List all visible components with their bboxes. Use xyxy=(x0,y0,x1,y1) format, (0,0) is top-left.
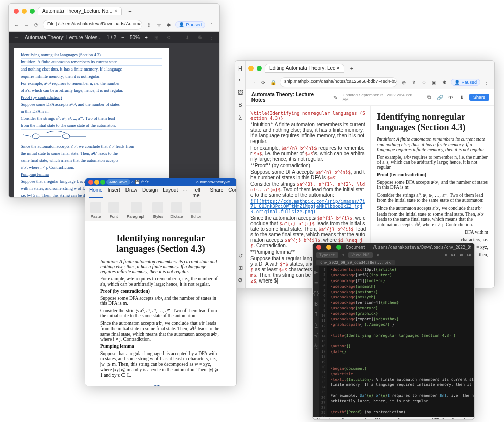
ribbon-tab-insert[interactable]: Insert xyxy=(108,187,120,198)
share-button[interactable]: Share xyxy=(210,187,224,198)
source-viewer-tab[interactable]: Source Viewer xyxy=(397,418,424,420)
ribbon-tab-more[interactable]: ··· xyxy=(183,187,187,198)
ext1-icon[interactable]: ▣ xyxy=(430,79,437,86)
eye-icon[interactable]: 👁 xyxy=(448,94,455,101)
grid-icon[interactable]: ⊞ xyxy=(237,264,244,271)
pause-icon[interactable]: ⏯ xyxy=(459,253,463,257)
back-icon[interactable]: ← xyxy=(13,21,20,28)
pm-viewer-tab[interactable]: PM Viewer xyxy=(375,418,394,420)
share-icon[interactable]: ⇪ xyxy=(145,21,152,28)
puzzle-icon[interactable]: ✱ xyxy=(440,79,448,86)
zoom-out[interactable]: − xyxy=(121,35,124,40)
puzzle-icon[interactable]: ✱ xyxy=(165,21,172,28)
typeset-button[interactable]: Typeset xyxy=(316,252,338,258)
menu-icon[interactable]: ⋮ xyxy=(483,79,490,86)
env-icon[interactable]: {} xyxy=(313,291,319,296)
url-field[interactable]: File | /Users/dashakosteva/Downloads/Aut… xyxy=(43,20,142,30)
heading-icon[interactable]: H xyxy=(237,65,244,72)
close-icon[interactable] xyxy=(14,9,19,14)
source-code[interactable]: \documentclass[10pt]{article} \usepackag… xyxy=(327,266,474,417)
file-tab[interactable]: cnv_2022_09_29_cda34cf8e7...tex xyxy=(316,260,395,265)
qat-redo-icon[interactable]: ↷ xyxy=(145,180,149,184)
browser-tab[interactable]: Automata Theory_Lecture No... × xyxy=(38,7,122,15)
link-icon[interactable]: 🔗 xyxy=(436,94,444,101)
pdf-page[interactable]: 1 / 2 xyxy=(107,35,116,40)
math-icon[interactable]: ∑ xyxy=(314,322,318,328)
maximize-icon[interactable] xyxy=(30,9,35,14)
history-icon[interactable]: ↺ xyxy=(237,252,244,259)
close-tab-icon[interactable]: × xyxy=(114,8,117,14)
font-tool[interactable]: Font xyxy=(108,202,119,219)
build-icon[interactable]: ▶ xyxy=(314,269,318,275)
autosave-toggle[interactable]: AutoSave xyxy=(106,179,130,185)
browser-tab[interactable]: Editing Automata Theory: Lec × xyxy=(265,64,344,73)
prev-icon[interactable]: ⏮ xyxy=(451,253,455,257)
search-open-icon[interactable]: ⊗ xyxy=(445,253,447,257)
image-icon[interactable]: 🖼 xyxy=(237,89,244,96)
word-document[interactable]: Identifying nonregular languages (Sectio… xyxy=(85,221,236,386)
close-icon[interactable] xyxy=(88,180,93,185)
bold-icon[interactable]: B xyxy=(314,301,318,307)
close-icon[interactable] xyxy=(316,245,321,250)
ribbon-tab-design[interactable]: Design xyxy=(142,187,158,198)
forward-icon[interactable]: → xyxy=(249,79,257,86)
more-icon[interactable]: ⋮ xyxy=(208,34,215,41)
maximize-icon[interactable] xyxy=(100,180,105,185)
structure-tab[interactable]: Structure xyxy=(316,418,338,420)
hamburger-icon[interactable]: ☰ xyxy=(13,34,20,41)
pdf-zoom[interactable]: 50% xyxy=(130,35,140,40)
share-icon[interactable]: ⇪ xyxy=(410,79,417,86)
reload-icon[interactable]: ⟳ xyxy=(260,79,267,86)
inline-icon[interactable]: √ xyxy=(314,333,318,338)
paragraph-icon[interactable]: ¶ xyxy=(237,77,244,84)
bold-icon[interactable]: B xyxy=(237,101,244,108)
minimize-icon[interactable] xyxy=(326,245,331,250)
menu-icon[interactable]: ⋮ xyxy=(208,21,215,28)
print-icon[interactable]: 🖶 xyxy=(196,34,203,41)
star-icon[interactable]: ☆ xyxy=(420,79,427,86)
dropdown-icon[interactable]: ▾ xyxy=(342,253,345,257)
styles-tool[interactable]: Styles xyxy=(152,202,163,219)
ribbon-tab-home[interactable]: Home xyxy=(89,187,103,198)
align-icon[interactable]: ≡ xyxy=(314,280,318,286)
math-icon[interactable]: ∑ xyxy=(237,113,244,120)
next-icon[interactable]: ⏭ xyxy=(467,253,471,257)
ribbon-tellme[interactable]: Tell me xyxy=(193,187,200,198)
reload-icon[interactable]: ⟳ xyxy=(33,21,40,28)
view-pdf-button[interactable]: View PDF xyxy=(348,252,372,258)
new-tab-button[interactable]: + xyxy=(347,65,356,72)
qat-home-icon[interactable]: ⌂ xyxy=(131,180,134,184)
new-tab-button[interactable]: + xyxy=(125,8,134,14)
maximize-icon[interactable] xyxy=(257,66,262,71)
minimize-icon[interactable] xyxy=(22,9,27,14)
frac-icon[interactable]: ½ xyxy=(314,343,318,349)
download-icon[interactable]: ⬇ xyxy=(458,94,465,101)
dropdown-icon[interactable]: ▾ xyxy=(377,253,380,257)
star-icon[interactable]: ☆ xyxy=(155,21,162,28)
download-icon[interactable]: ⬇ xyxy=(184,34,191,41)
zoom-in[interactable]: + xyxy=(145,35,148,40)
share-button[interactable]: Share xyxy=(469,94,489,101)
qat-undo-icon[interactable]: ↶ xyxy=(141,180,144,184)
settings-icon[interactable]: ⚙ xyxy=(237,276,244,284)
copy-icon[interactable]: ⧉ xyxy=(425,94,432,101)
ribbon-tab-draw[interactable]: Draw xyxy=(125,187,137,198)
paste-tool[interactable]: Paste xyxy=(90,202,101,219)
minimize-icon[interactable] xyxy=(248,66,254,71)
qat-save-icon[interactable]: 💾 xyxy=(135,180,140,184)
dictate-tool[interactable]: Dictate xyxy=(170,202,183,219)
italic-icon[interactable]: I xyxy=(314,312,318,317)
paragraph-tool[interactable]: Paragraph xyxy=(127,202,145,219)
rotate-icon[interactable]: ⟲ xyxy=(165,34,172,41)
search-icon[interactable]: ⊕ xyxy=(400,79,407,86)
maximize-icon[interactable] xyxy=(336,245,341,250)
comments-button[interactable]: Comments xyxy=(228,187,237,198)
ribbon-tab-layout[interactable]: Layout xyxy=(163,187,178,198)
note-title[interactable]: Automata Theory: Lecture Notes xyxy=(251,92,328,103)
edit-icon[interactable]: ✎ xyxy=(332,94,339,101)
messages-tab[interactable]: Messages / Log xyxy=(342,418,370,420)
paused-badge[interactable]: 👤 Paused xyxy=(175,21,205,28)
fit-icon[interactable]: ⊞ xyxy=(153,34,160,41)
editor-tool[interactable]: Editor xyxy=(190,202,201,219)
paused-badge[interactable]: 👤 Paused xyxy=(451,79,480,86)
